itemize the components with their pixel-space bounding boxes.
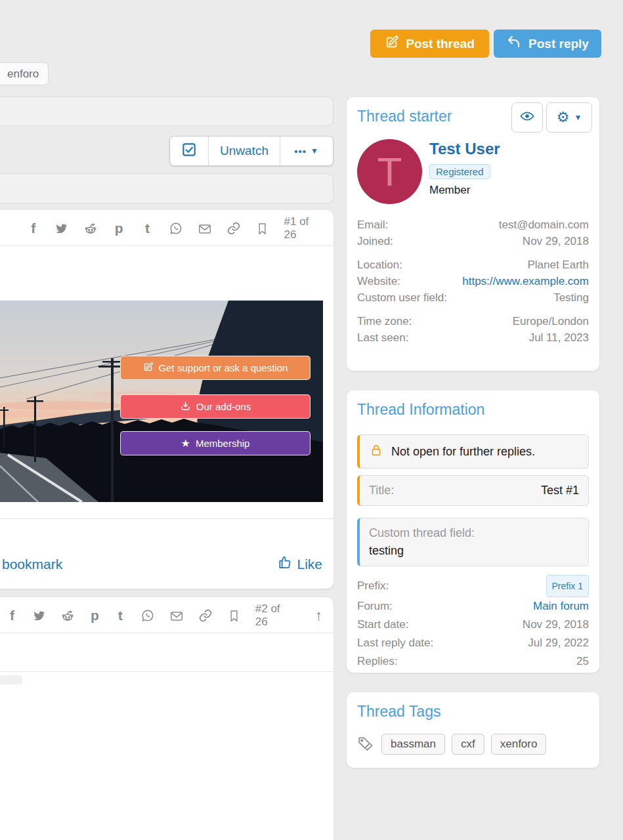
- user-block: T Test User Registered Member: [357, 139, 589, 204]
- tags-row: bassman cxf xenforo: [357, 734, 589, 755]
- edit-icon: [385, 35, 399, 52]
- twitter-icon[interactable]: [32, 609, 46, 623]
- facebook-icon[interactable]: f: [26, 222, 40, 235]
- our-addons-label: Our add-ons: [196, 401, 251, 412]
- thread-tags-panel: Thread Tags bassman cxf xenforo: [347, 692, 599, 768]
- avatar[interactable]: T: [357, 139, 422, 204]
- unwatch-button[interactable]: Unwatch: [208, 136, 280, 165]
- facebook-icon[interactable]: f: [7, 609, 18, 622]
- reddit-icon[interactable]: [60, 608, 75, 623]
- bookmark-link[interactable]: bookmark: [2, 556, 62, 572]
- twitter-icon[interactable]: [54, 222, 68, 236]
- custom-thread-field: Custom thread field: testing: [357, 518, 589, 566]
- post-footer-divider: [0, 518, 333, 519]
- reddit-icon[interactable]: [83, 221, 98, 236]
- forum-link[interactable]: Main forum: [533, 597, 589, 616]
- lock-icon: [369, 443, 383, 460]
- pinterest-icon[interactable]: p: [112, 222, 126, 235]
- bookmark-icon[interactable]: [227, 609, 241, 623]
- quote-block-stub: [0, 675, 22, 684]
- detail-row-last-reply-date: Last reply date: Jul 29, 2022: [347, 634, 599, 652]
- website-link[interactable]: https://www.example.com: [462, 273, 589, 289]
- chevron-down-icon: ▼: [574, 113, 582, 122]
- breadcrumb-tag-chip[interactable]: enforo: [0, 62, 49, 85]
- bookmark-link-label: bookmark: [2, 556, 62, 572]
- post-card-1: f p t #1 of 26: [0, 210, 333, 589]
- post-position-label: #1 of 26: [284, 215, 324, 242]
- thread-details: Prefix: Prefix 1 Forum: Main forum Start…: [347, 575, 599, 671]
- post-thread-label: Post thread: [406, 37, 475, 51]
- membership-button[interactable]: ★ Membership: [120, 431, 311, 455]
- prefix-badge[interactable]: Prefix 1: [546, 575, 589, 597]
- checkbox-checked-icon: [181, 141, 198, 161]
- thread-information-panel: Thread Information Not open for further …: [347, 390, 599, 673]
- pinterest-icon[interactable]: p: [89, 609, 100, 622]
- our-addons-button[interactable]: Our add-ons: [120, 394, 311, 419]
- collapsed-pagination-bar: [0, 173, 333, 203]
- post1-footer: bookmark Like: [2, 549, 322, 580]
- thread-information-title: Thread Information: [357, 401, 589, 419]
- user-title: Member: [429, 184, 500, 197]
- tags-icon: [357, 736, 374, 753]
- download-icon: [180, 400, 191, 413]
- share-link-icon[interactable]: [198, 608, 213, 623]
- tag-chip-cxf[interactable]: cxf: [452, 734, 484, 755]
- reply-arrow-icon: [506, 34, 522, 53]
- detail-row-last-seen: Last seen: Jul 11, 2023: [347, 329, 599, 346]
- breadcrumb-tag-label: enforo: [7, 68, 39, 81]
- tumblr-icon[interactable]: t: [115, 609, 126, 622]
- post-photo: Get support or ask a question Our add-on…: [0, 301, 323, 502]
- eye-icon: [519, 108, 535, 127]
- like-button[interactable]: Like: [276, 555, 322, 574]
- scroll-top-arrow-icon[interactable]: ↑: [315, 609, 322, 622]
- select-thread-checkbox[interactable]: [170, 136, 208, 165]
- settings-menu-button[interactable]: ⚙ ▼: [546, 102, 592, 133]
- watchers-button[interactable]: [511, 102, 543, 133]
- detail-row-prefix: Prefix: Prefix 1: [347, 575, 599, 597]
- detail-row-website: Website: https://www.example.com: [347, 273, 599, 289]
- collapsed-toolbar: [0, 96, 333, 126]
- thread-actions-group: Unwatch ••• ▼: [169, 136, 333, 166]
- post-thread-button[interactable]: Post thread: [370, 30, 489, 58]
- post-reply-button[interactable]: Post reply: [494, 30, 601, 58]
- thumbs-up-icon: [276, 555, 291, 574]
- tag-chip-bassman[interactable]: bassman: [381, 734, 445, 755]
- user-details: Email: test@domain.com Joined: Nov 29, 2…: [347, 217, 599, 346]
- detail-row-forum: Forum: Main forum: [347, 597, 599, 616]
- chevron-down-icon: ▼: [311, 146, 319, 156]
- user-meta: Test User Registered Member: [429, 139, 500, 204]
- xenforo-thread-page: { "colors":{ "page_bg":"#ebebeb","accent…: [0, 0, 623, 840]
- more-options-button[interactable]: ••• ▼: [280, 136, 333, 165]
- gear-icon: ⚙: [557, 110, 570, 125]
- post-reply-label: Post reply: [528, 37, 589, 51]
- detail-row-timezone: Time zone: Europe/London: [347, 313, 599, 329]
- detail-row-custom-user-field: Custom user field: Testing: [347, 289, 599, 306]
- share-link-icon[interactable]: [226, 221, 241, 236]
- share-bar-post2: f p t #2 of 26 ↑: [0, 598, 333, 633]
- tumblr-icon[interactable]: t: [140, 222, 154, 235]
- bookmark-icon[interactable]: [255, 222, 269, 236]
- whatsapp-icon[interactable]: [169, 221, 183, 236]
- tag-chip-xenforo[interactable]: xenforo: [491, 734, 547, 755]
- user-group-badge: Registered: [429, 164, 490, 179]
- email-icon[interactable]: [169, 608, 184, 623]
- membership-label: Membership: [196, 438, 250, 449]
- detail-row-email: Email: test@domain.com: [347, 217, 599, 233]
- locked-notice: Not open for further replies.: [357, 434, 589, 469]
- post-card-2: f p t #2 of 26 ↑: [0, 597, 333, 840]
- thread-starter-panel: Thread starter ⚙ ▼ T Test User Registere…: [347, 97, 599, 371]
- detail-row-replies: Replies: 25: [347, 652, 599, 671]
- username-link[interactable]: Test User: [429, 140, 500, 158]
- thread-title-field: Title: Test #1: [357, 475, 589, 506]
- detail-row-start-date: Start date: Nov 29, 2018: [347, 616, 599, 634]
- thread-tags-title: Thread Tags: [357, 703, 589, 721]
- email-icon[interactable]: [198, 221, 212, 236]
- detail-row-joined: Joined: Nov 29, 2018: [347, 233, 599, 249]
- edit-icon: [143, 362, 154, 374]
- unwatch-label: Unwatch: [220, 144, 269, 158]
- get-support-button[interactable]: Get support or ask a question: [120, 356, 311, 380]
- whatsapp-icon[interactable]: [140, 608, 155, 623]
- post2-content-divider: [0, 671, 333, 672]
- detail-row-location: Location: Planet Earth: [347, 257, 599, 273]
- post-position-label: #2 of 26: [255, 602, 286, 629]
